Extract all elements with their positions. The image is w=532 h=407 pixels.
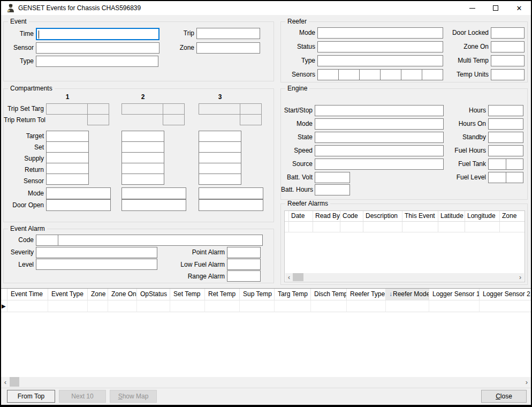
close-window-button[interactable]: ✕ <box>507 1 531 15</box>
grid-col-logger-sensor-2[interactable]: Logger Sensor 2 <box>480 289 531 300</box>
engine-batt-hours-field[interactable] <box>315 184 350 195</box>
engine-mode-field[interactable] <box>315 118 444 130</box>
reefer-mode-label: Mode <box>281 29 315 37</box>
engine-hours-field[interactable] <box>488 105 523 116</box>
compartment-1-return-field[interactable] <box>46 163 89 174</box>
reefer-alarms-col-description[interactable]: Description <box>363 211 402 222</box>
reefer-status-field[interactable] <box>317 41 443 52</box>
grid-col-sup-temp[interactable]: Sup Temp <box>240 289 275 300</box>
compartment-3-door-open-field[interactable] <box>199 199 263 211</box>
reefer-alarms-col-latitude[interactable]: Latitude <box>438 211 465 222</box>
reefer-sensor-2-field[interactable] <box>338 69 360 80</box>
compartment-2-sensor-field[interactable] <box>121 174 164 185</box>
alarm-level-field[interactable] <box>36 259 157 270</box>
reefer-mode-field[interactable] <box>317 27 443 39</box>
event-type-field[interactable] <box>36 56 158 67</box>
compartment-1-target-field[interactable] <box>46 131 89 142</box>
compartment-1-door-open-field[interactable] <box>46 199 111 211</box>
compartment-3-target-field[interactable] <box>199 131 241 142</box>
reefer-alarms-col-read-by[interactable]: Read By <box>313 211 340 222</box>
engine-fuel-hours-field[interactable] <box>488 145 523 156</box>
compartment-2-target-field[interactable] <box>121 131 164 142</box>
engine-state-field[interactable] <box>315 132 444 143</box>
compartment-1-sensor-field[interactable] <box>46 174 89 185</box>
compartment-3-supply-field[interactable] <box>199 152 241 163</box>
reefer-alarms-row-selector[interactable] <box>285 222 289 232</box>
compartment-1-supply-field[interactable] <box>46 152 89 163</box>
grid-col-reefer-type[interactable]: Reefer Type <box>347 289 386 300</box>
reefer-multi-temp-field[interactable] <box>491 55 525 66</box>
compartment-3-sensor-field[interactable] <box>199 174 241 185</box>
grid-col-event-type[interactable]: Event Type <box>48 289 88 300</box>
engine-fuel-tank-1-field[interactable] <box>488 159 506 170</box>
engine-fuel-level-1-field[interactable] <box>488 172 506 183</box>
event-time-field[interactable] <box>36 28 159 40</box>
alarm-severity-field[interactable] <box>36 247 157 258</box>
grid-col-event-time[interactable]: Event Time <box>7 289 48 300</box>
current-row-pointer-icon[interactable]: ▶ <box>1 300 7 312</box>
reefer-alarms-col-longitude[interactable]: Longitude <box>465 211 500 222</box>
engine-batt-volt-field[interactable] <box>315 172 350 183</box>
scroll-left-icon[interactable]: ‹ <box>1 378 10 386</box>
events-grid-horizontal-scrollbar[interactable]: ‹ › <box>1 377 531 387</box>
compartment-3-mode-field[interactable] <box>199 187 263 199</box>
compartment-1-set-field[interactable] <box>46 141 89 153</box>
engine-source-field[interactable] <box>315 159 444 170</box>
reefer-alarms-col-zone[interactable]: Zone <box>500 211 525 222</box>
engine-fuel-level-2-field[interactable] <box>506 172 523 183</box>
grid-col-disch-temp[interactable]: Disch Temp <box>311 289 347 300</box>
reefer-sensor-5-field[interactable] <box>401 69 422 80</box>
reefer-sensor-4-field[interactable] <box>380 69 401 80</box>
range-alarm-field[interactable] <box>227 270 261 282</box>
event-zone-field[interactable] <box>196 42 260 54</box>
event-sensor-field[interactable] <box>36 42 159 54</box>
reefer-alarms-col-this-event[interactable]: This Event <box>402 211 438 222</box>
compartment-2-return-field[interactable] <box>121 163 164 174</box>
low-fuel-alarm-field[interactable] <box>227 259 261 270</box>
reefer-alarms-col-code[interactable]: Code <box>340 211 363 222</box>
compartment-3-set-field[interactable] <box>199 141 241 153</box>
reefer-alarms-col-date[interactable]: Date <box>289 211 313 222</box>
grid-col-opstatus[interactable]: OpStatus <box>137 289 170 300</box>
reefer-sensor-1-field[interactable] <box>317 69 339 80</box>
scroll-left-icon[interactable]: ‹ <box>285 274 293 281</box>
scroll-right-icon[interactable]: › <box>516 274 524 281</box>
from-top-button[interactable]: From Top <box>7 390 55 403</box>
reefer-alarms-horizontal-scrollbar[interactable]: ‹ › <box>285 273 524 281</box>
grid-col-ret-temp[interactable]: Ret Temp <box>205 289 240 300</box>
compartment-2-mode-field[interactable] <box>121 187 186 199</box>
close-button[interactable]: Close <box>481 390 527 403</box>
engine-fuel-tank-2-field[interactable] <box>506 159 523 170</box>
reefer-zone-on-field[interactable] <box>491 41 525 52</box>
scrollbar-thumb[interactable] <box>10 377 19 387</box>
reefer-temp-units-field[interactable] <box>491 69 525 80</box>
alarm-code-description-field[interactable] <box>58 235 263 246</box>
maximize-button[interactable] <box>484 1 507 15</box>
compartment-3-return-field[interactable] <box>199 163 241 174</box>
minimize-button[interactable] <box>460 1 484 15</box>
engine-standby-field[interactable] <box>488 132 523 143</box>
grid-col-reefer-mode-sorted[interactable]: ↓Reefer Mode <box>386 289 429 300</box>
compartment-2-set-field[interactable] <box>121 141 164 153</box>
grid-col-logger-sensor-1[interactable]: Logger Sensor 1 <box>429 289 480 300</box>
scroll-right-icon[interactable]: › <box>522 378 531 386</box>
compartment-2-supply-field[interactable] <box>121 152 164 163</box>
grid-col-targ-temp[interactable]: Targ Temp <box>275 289 311 300</box>
engine-start-stop-field[interactable] <box>315 105 444 116</box>
reefer-sensor-3-field[interactable] <box>359 69 381 80</box>
grid-col-zone-on[interactable]: Zone On <box>108 289 137 300</box>
alarm-code-field[interactable] <box>36 235 58 246</box>
reefer-type-field[interactable] <box>317 55 443 66</box>
events-grid-current-row[interactable]: ▶ <box>1 300 531 312</box>
compartment-2-door-open-field[interactable] <box>121 199 186 211</box>
compartment-1-mode-field[interactable] <box>46 187 111 199</box>
point-alarm-field[interactable] <box>227 247 261 258</box>
door-open-label: Door Open <box>4 201 44 209</box>
grid-col-zone[interactable]: Zone <box>88 289 108 300</box>
event-trip-field[interactable] <box>196 28 260 39</box>
engine-speed-field[interactable] <box>315 145 444 156</box>
engine-hours-on-field[interactable] <box>488 118 523 130</box>
reefer-door-locked-field[interactable] <box>491 27 525 39</box>
scrollbar-thumb[interactable] <box>293 273 303 281</box>
grid-col-set-temp[interactable]: Set Temp <box>170 289 205 300</box>
